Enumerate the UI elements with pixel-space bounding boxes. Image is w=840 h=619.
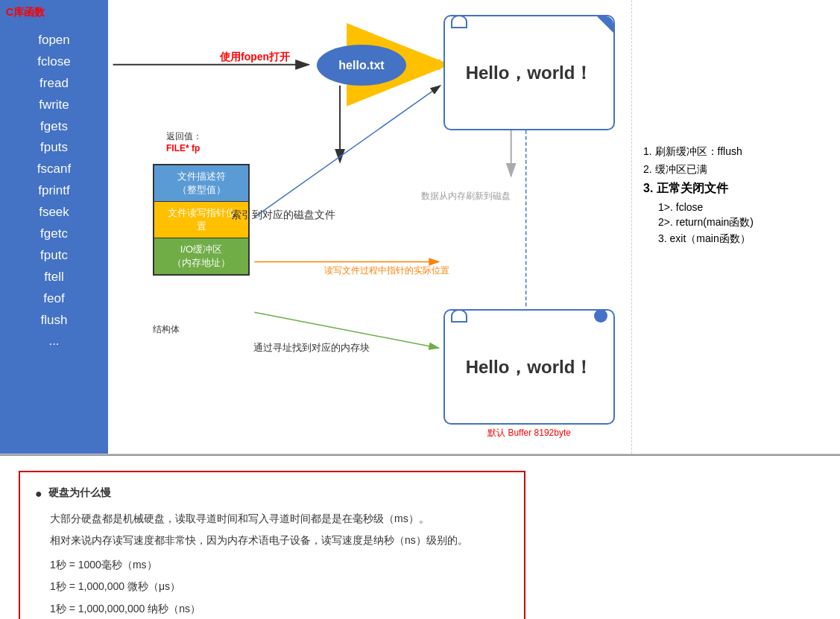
find-mem-label: 通过寻址找到对应的内存块	[253, 341, 370, 355]
bottom-line4: 1秒 = 1,000,000 微秒（μs）	[50, 577, 509, 596]
right-notes-panel: 1. 刷新缓冲区：fflush 2. 缓冲区已满 3. 正常关闭文件 1>. f…	[631, 0, 840, 454]
struct-label: 结构体	[153, 323, 180, 336]
mem-to-disk-label: 数据从内存刷新到磁盘	[421, 190, 511, 203]
svg-line-9	[254, 86, 440, 218]
bottom-line1: 大部分硬盘都是机械硬盘，读取寻道时间和写入寻道时间都是是在毫秒级（ms）。	[50, 510, 509, 528]
return-label: 返回值： FILE* fp	[166, 130, 202, 153]
notes-item-3: 3. 正常关闭文件	[643, 181, 829, 197]
c-lib-panel: C库函数 fopenfclosefreadfwritefgetsfputsfsc…	[0, 0, 108, 454]
disk-file-box: Hello，world！	[443, 15, 615, 130]
notes-sub-1: 1>. fclose	[658, 201, 829, 213]
bottom-area: ● 硬盘为什么慢 大部分硬盘都是机械硬盘，读取寻道时间和写入寻道时间都是是在毫秒…	[0, 454, 840, 619]
top-area: C库函数 fopenfclosefreadfwritefgetsfputsfsc…	[0, 0, 840, 454]
hello-txt-ellipse: hello.txt	[317, 45, 406, 86]
mem-buffer-box: Hello，world！ 默认 Buffer 8192byte	[443, 309, 615, 425]
bottom-line5: 1秒 = 1,000,000,000 纳秒（ns）	[50, 600, 509, 618]
notes-sub-3: 3. exit（main函数）	[658, 232, 829, 246]
fopen-label: 使用fopen打开	[220, 51, 290, 64]
bullet-dot: ●	[35, 483, 42, 505]
notes-item-1: 1. 刷新缓冲区：fflush	[643, 145, 829, 159]
c-lib-title: C库函数	[6, 6, 45, 19]
io-buffer-row: I/O缓冲区（内存地址）	[154, 238, 248, 274]
mem-buffer-content: Hello，world！	[466, 355, 593, 379]
buffer-label: 默认 Buffer 8192byte	[487, 427, 571, 439]
bottom-info-box: ● 硬盘为什么慢 大部分硬盘都是机械硬盘，读取寻道时间和写入寻道时间都是是在毫秒…	[19, 471, 525, 619]
disk-file-content: Hello，world！	[466, 61, 593, 85]
rw-label: 读写文件过程中指针的实际位置	[324, 264, 449, 277]
bullet-title: 硬盘为什么慢	[48, 483, 111, 505]
bottom-line3: 1秒 = 1000毫秒（ms）	[50, 556, 509, 574]
bottom-line2: 相对来说内存读写速度都非常快，因为内存术语电子设备，读写速度是纳秒（ns）级别的…	[50, 531, 509, 550]
main-container: C库函数 fopenfclosefreadfwritefgetsfputsfsc…	[0, 0, 840, 619]
c-lib-functions: fopenfclosefreadfwritefgetsfputsfscanffp…	[37, 30, 71, 352]
bullet-point: ● 硬盘为什么慢	[35, 483, 509, 505]
notes-sub-2: 2>. return(main函数)	[658, 216, 829, 229]
notes-item-2: 2. 缓冲区已满	[643, 163, 829, 177]
return-value: FILE* fp	[166, 143, 200, 153]
diagram-area: 使用fopen打开 返回值： FILE* fp hello.txt Hello，…	[108, 0, 631, 454]
index-disk-label: 索引到对应的磁盘文件	[231, 209, 335, 222]
return-text: 返回值：	[166, 131, 202, 142]
file-descriptor-row: 文件描述符（整型值）	[154, 165, 248, 202]
